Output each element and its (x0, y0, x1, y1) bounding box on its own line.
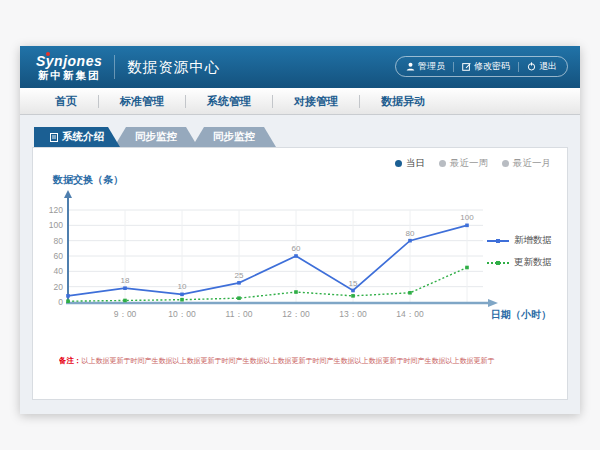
range-option-last-week[interactable]: 最近一周 (439, 157, 488, 170)
time-range-options: 当日 最近一周 最近一月 (395, 157, 551, 170)
edit-icon (462, 62, 471, 71)
svg-text:0: 0 (58, 297, 63, 307)
power-icon (527, 62, 536, 71)
svg-text:100: 100 (460, 213, 474, 222)
svg-text:80: 80 (406, 229, 415, 238)
svg-text:12：00: 12：00 (282, 309, 310, 319)
svg-text:60: 60 (292, 244, 301, 253)
logo-text-en: Synjones (36, 54, 102, 68)
nav-item-standard-mgmt[interactable]: 标准管理 (99, 94, 185, 109)
footnote-label: 备注： (59, 356, 82, 365)
page: Synjones 新中新集团 数据资源中心 管理员 修改密码 退出 (0, 0, 600, 450)
svg-text:100: 100 (49, 220, 63, 230)
app-window: Synjones 新中新集团 数据资源中心 管理员 修改密码 退出 (20, 46, 580, 414)
change-password-button[interactable]: 修改密码 (462, 60, 510, 73)
svg-text:14：00: 14：00 (396, 309, 424, 319)
main-nav: 首页 标准管理 系统管理 对接管理 数据异动 (20, 88, 580, 115)
svg-text:11：00: 11：00 (226, 309, 253, 319)
nav-item-data-change[interactable]: 数据异动 (360, 94, 446, 109)
pill-separator (518, 62, 519, 72)
pill-separator (453, 62, 454, 72)
chart-card: 当日 最近一周 最近一月 数据交换（条） 0204060801001209：00… (32, 147, 568, 400)
legend-item-updated-data[interactable]: 更新数据 (487, 256, 563, 269)
svg-text:60: 60 (54, 251, 64, 261)
nav-item-interface-mgmt[interactable]: 对接管理 (273, 94, 359, 109)
header-divider (114, 55, 115, 79)
user-icon (406, 62, 415, 71)
content-area: 系统介绍 同步监控 同步监控 当日 最近一周 (20, 115, 580, 400)
tab-sync-monitor-2[interactable]: 同步监控 (192, 127, 276, 147)
svg-text:日期（小时）: 日期（小时） (491, 309, 551, 320)
logout-button[interactable]: 退出 (527, 60, 557, 73)
svg-text:25: 25 (235, 271, 244, 280)
legend-line-sample (487, 240, 509, 242)
legend-item-new-data[interactable]: 新增数据 (487, 234, 563, 247)
radio-dot-icon (439, 160, 446, 167)
footnote: 备注：以上数据更新于时间产生数据以上数据更新于时间产生数据以上数据更新于时间产生… (59, 356, 559, 366)
radio-dot-icon (502, 160, 509, 167)
range-option-last-month[interactable]: 最近一月 (502, 157, 551, 170)
svg-text:10: 10 (178, 282, 187, 291)
svg-text:80: 80 (54, 236, 64, 246)
logo-red-dot-icon (46, 52, 50, 56)
tab-system-intro[interactable]: 系统介绍 (34, 127, 120, 147)
app-title: 数据资源中心 (127, 58, 220, 77)
svg-text:15: 15 (349, 279, 358, 288)
svg-text:13：00: 13：00 (339, 309, 367, 319)
brand-logo[interactable]: Synjones 新中新集团 (36, 54, 102, 81)
svg-text:20: 20 (54, 282, 64, 292)
svg-text:9：00: 9：00 (114, 309, 137, 319)
current-user-button[interactable]: 管理员 (406, 60, 445, 73)
y-axis-title: 数据交换（条） (53, 173, 123, 187)
svg-text:40: 40 (54, 266, 64, 276)
svg-text:10：00: 10：00 (168, 309, 196, 319)
svg-text:18: 18 (121, 276, 130, 285)
user-toolbar: 管理员 修改密码 退出 (395, 56, 568, 77)
nav-item-home[interactable]: 首页 (34, 94, 98, 109)
header: Synjones 新中新集团 数据资源中心 管理员 修改密码 退出 (20, 46, 580, 88)
range-option-today[interactable]: 当日 (395, 157, 425, 170)
chart-legend: 新增数据 更新数据 (487, 234, 563, 269)
tab-sync-monitor-1[interactable]: 同步监控 (114, 127, 198, 147)
radio-dot-icon (395, 160, 402, 167)
svg-text:120: 120 (49, 205, 63, 215)
logo-text-cn: 新中新集团 (38, 70, 101, 81)
nav-item-system-mgmt[interactable]: 系统管理 (186, 94, 272, 109)
tab-bar: 系统介绍 同步监控 同步监控 (34, 127, 568, 147)
legend-line-sample (487, 262, 509, 264)
document-icon (50, 133, 58, 142)
